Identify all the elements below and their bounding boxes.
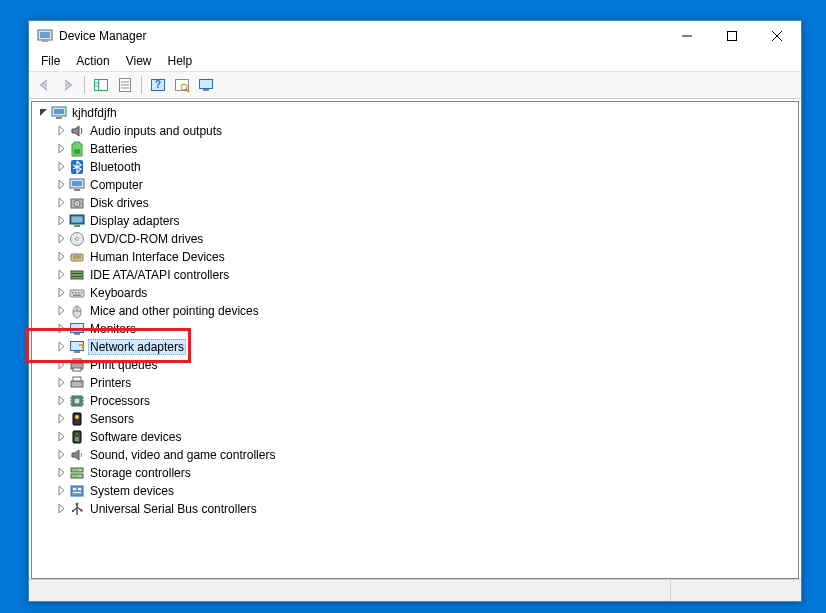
app-icon — [37, 28, 53, 44]
toolbar-scan-hardware-button[interactable] — [171, 74, 193, 96]
tree-item-label: Processors — [88, 394, 152, 408]
minimize-button[interactable] — [664, 22, 709, 51]
tree-item-label: Disk drives — [88, 196, 151, 210]
expand-icon[interactable] — [54, 304, 68, 318]
monitor-icon — [198, 77, 214, 93]
tree-item[interactable]: Printers — [32, 374, 798, 392]
tree-item[interactable]: Network adapters — [32, 338, 798, 356]
collapse-icon[interactable] — [36, 106, 50, 120]
cd-icon — [69, 231, 85, 247]
audio-icon — [69, 123, 85, 139]
tree-item[interactable]: IDE ATA/ATAPI controllers — [32, 266, 798, 284]
toolbar-show-hide-tree-button[interactable] — [90, 74, 112, 96]
maximize-button[interactable] — [709, 22, 754, 51]
tree-item[interactable]: Bluetooth — [32, 158, 798, 176]
tree-item[interactable]: Sound, video and game controllers — [32, 446, 798, 464]
tree-item-label: DVD/CD-ROM drives — [88, 232, 205, 246]
expand-icon[interactable] — [54, 232, 68, 246]
expand-icon[interactable] — [54, 178, 68, 192]
toolbar-help-button[interactable] — [147, 74, 169, 96]
expand-icon[interactable] — [54, 250, 68, 264]
expand-icon[interactable] — [54, 448, 68, 462]
tree-item-label: kjhdfdjfh — [70, 106, 119, 120]
tree-item-label: Keyboards — [88, 286, 149, 300]
tree-item[interactable]: Human Interface Devices — [32, 248, 798, 266]
tree-item-label: Universal Serial Bus controllers — [88, 502, 259, 516]
tree-item-label: Computer — [88, 178, 145, 192]
tree-item[interactable]: Software devices — [32, 428, 798, 446]
toolbar-separator — [84, 76, 85, 94]
svg-rect-2 — [42, 40, 48, 42]
expand-icon[interactable] — [54, 268, 68, 282]
printqueue-icon — [69, 357, 85, 373]
help-icon — [150, 77, 166, 93]
battery-icon — [69, 141, 85, 157]
titlebar[interactable]: Device Manager — [29, 21, 801, 51]
expand-icon[interactable] — [54, 142, 68, 156]
expand-icon[interactable] — [54, 196, 68, 210]
close-button[interactable] — [754, 22, 799, 51]
tree-item[interactable]: Monitors — [32, 320, 798, 338]
software-icon — [69, 429, 85, 445]
tree-item[interactable]: Mice and other pointing devices — [32, 302, 798, 320]
properties-icon — [117, 77, 133, 93]
computer-icon — [51, 105, 67, 121]
expand-icon[interactable] — [54, 412, 68, 426]
mouse-icon — [69, 303, 85, 319]
tree-item[interactable]: Keyboards — [32, 284, 798, 302]
expand-icon[interactable] — [54, 430, 68, 444]
tree-root[interactable]: kjhdfdjfh — [32, 104, 798, 122]
expand-icon[interactable] — [54, 484, 68, 498]
tree-item-label: Audio inputs and outputs — [88, 124, 224, 138]
tree-item[interactable]: Print queues — [32, 356, 798, 374]
tree-item[interactable]: Sensors — [32, 410, 798, 428]
computer-icon — [69, 177, 85, 193]
svg-rect-1 — [40, 32, 50, 38]
expand-icon[interactable] — [54, 340, 68, 354]
tree-item-label: Software devices — [88, 430, 183, 444]
tree-item[interactable]: Audio inputs and outputs — [32, 122, 798, 140]
expand-icon[interactable] — [54, 376, 68, 390]
hid-icon — [69, 249, 85, 265]
device-tree-pane[interactable]: kjhdfdjfhAudio inputs and outputsBatteri… — [31, 101, 799, 579]
expand-icon[interactable] — [54, 502, 68, 516]
expand-icon[interactable] — [54, 466, 68, 480]
expand-icon[interactable] — [54, 322, 68, 336]
expand-icon[interactable] — [54, 358, 68, 372]
tree-item[interactable]: Display adapters — [32, 212, 798, 230]
tree-item[interactable]: DVD/CD-ROM drives — [32, 230, 798, 248]
tree-item[interactable]: Storage controllers — [32, 464, 798, 482]
tree-item-label: Mice and other pointing devices — [88, 304, 261, 318]
expand-icon[interactable] — [54, 286, 68, 300]
menu-help[interactable]: Help — [160, 53, 201, 69]
tree-pane-icon — [93, 77, 109, 93]
storage-icon — [69, 465, 85, 481]
tree-item-label: Batteries — [88, 142, 139, 156]
toolbar-properties-button[interactable] — [114, 74, 136, 96]
expand-icon[interactable] — [54, 214, 68, 228]
network-icon — [69, 339, 85, 355]
tree-item-label: System devices — [88, 484, 176, 498]
toolbar — [29, 71, 801, 99]
expand-icon[interactable] — [54, 394, 68, 408]
menu-view[interactable]: View — [118, 53, 160, 69]
device-manager-window: Device Manager File Action View Help kjh… — [28, 20, 802, 602]
expand-icon[interactable] — [54, 160, 68, 174]
tree-item[interactable]: Computer — [32, 176, 798, 194]
expand-icon[interactable] — [54, 124, 68, 138]
tree-item[interactable]: Disk drives — [32, 194, 798, 212]
menu-action[interactable]: Action — [68, 53, 117, 69]
tree-item[interactable]: Universal Serial Bus controllers — [32, 500, 798, 518]
menu-file[interactable]: File — [33, 53, 68, 69]
tree-item-label: Bluetooth — [88, 160, 143, 174]
bluetooth-icon — [69, 159, 85, 175]
keyboard-icon — [69, 285, 85, 301]
tree-item-label: Monitors — [88, 322, 138, 336]
display-icon — [69, 213, 85, 229]
tree-item[interactable]: Batteries — [32, 140, 798, 158]
tree-item[interactable]: Processors — [32, 392, 798, 410]
tree-item-label: Network adapters — [88, 339, 186, 355]
tree-item[interactable]: System devices — [32, 482, 798, 500]
arrow-left-icon — [36, 77, 52, 93]
toolbar-devices-view-button[interactable] — [195, 74, 217, 96]
